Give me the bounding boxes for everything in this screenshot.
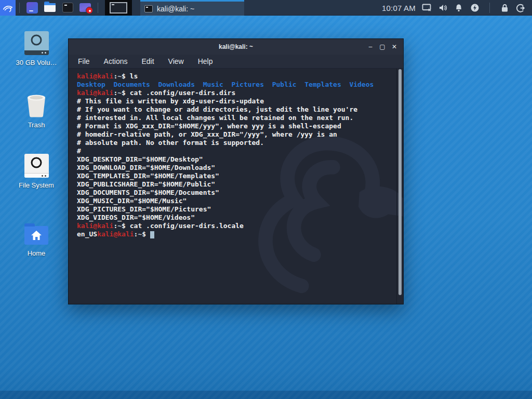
menu-file[interactable]: File — [78, 57, 90, 65]
desktop-icon-label: Trash — [14, 121, 59, 129]
terminal-viewport[interactable]: kali@kali:~$ lsDesktop Documents Downloa… — [69, 69, 403, 304]
menu-view[interactable]: View — [168, 57, 184, 65]
display-icon[interactable] — [421, 0, 432, 16]
terminal-line: XDG_DOWNLOAD_DIR="$HOME/Downloads" — [77, 164, 393, 172]
maximize-icon[interactable]: ▢ — [379, 43, 386, 50]
terminal-titlebar[interactable]: kali@kali: ~ – ▢ ✕ — [69, 39, 403, 55]
trash-icon — [25, 94, 47, 117]
terminal-launcher-icon[interactable] — [61, 2, 74, 14]
kali-dragon-logo — [2, 2, 14, 14]
desktop-icon-label: 30 GB Volu… — [14, 59, 59, 66]
terminal-line: # If you want to change or add directori… — [77, 105, 393, 114]
home-folder-icon — [24, 226, 48, 245]
desktop-icon-label: File System — [14, 181, 59, 189]
terminal-line: # interested in. All local changes will … — [77, 114, 393, 122]
menu-edit[interactable]: Edit — [141, 57, 154, 65]
window-title: kali@kali: ~ — [219, 43, 253, 50]
file-manager-icon[interactable] — [44, 2, 56, 14]
panel-separator — [489, 3, 490, 13]
terminal-output: kali@kali:~$ lsDesktop Documents Downloa… — [69, 69, 403, 238]
terminal-line: XDG_PICTURES_DIR="$HOME/Pictures" — [77, 205, 393, 214]
hard-drive-icon — [24, 31, 49, 55]
volume-icon[interactable] — [437, 0, 448, 16]
scrollbar-thumb[interactable] — [398, 69, 402, 295]
desktop-icon-home[interactable]: Home — [14, 220, 59, 257]
desktop-icon-volume[interactable]: 30 GB Volu… — [14, 29, 59, 66]
desktop-icon-trash[interactable]: Trash — [14, 91, 59, 129]
terminal-icon — [144, 5, 153, 12]
minimize-icon[interactable]: – — [367, 43, 374, 50]
taskbar-button-terminal[interactable]: kali@kali: ~ — [140, 0, 244, 16]
terminal-line: # Format is XDG_xxx_DIR="$HOME/yyy", whe… — [77, 122, 393, 130]
workspace-switcher[interactable] — [105, 0, 132, 16]
desktop: kali@kali: ~ 10:07 AM — [0, 0, 532, 399]
terminal-line: kali@kali:~$ cat .config/user-dirs.local… — [77, 222, 393, 230]
logout-icon[interactable] — [515, 0, 526, 16]
terminal-line: # homedir-relative path, or XDG_xxx_DIR=… — [77, 130, 393, 139]
terminal-menubar: File Actions Edit View Help — [69, 55, 403, 69]
window-controls: – ▢ ✕ — [367, 39, 398, 55]
panel-separator — [19, 3, 20, 13]
app-window-icon[interactable] — [26, 2, 38, 14]
terminal-line: XDG_PUBLICSHARE_DIR="$HOME/Public" — [77, 180, 393, 189]
clock[interactable]: 10:07 AM — [382, 4, 416, 12]
desktop-icon-filesystem[interactable]: File System — [14, 152, 59, 189]
kali-menu-icon[interactable] — [0, 0, 16, 16]
notifications-bell-icon[interactable] — [454, 0, 464, 16]
top-panel: kali@kali: ~ 10:07 AM — [0, 0, 532, 16]
terminal-line: XDG_MUSIC_DIR="$HOME/Music" — [77, 197, 393, 205]
desktop-bottom-shade — [0, 391, 532, 399]
terminal-line: XDG_DESKTOP_DIR="$HOME/Desktop" — [77, 155, 393, 164]
taskbar-button-label: kali@kali: ~ — [157, 5, 194, 13]
desktop-icon-label: Home — [14, 249, 59, 257]
panel-separator — [98, 3, 98, 13]
hard-drive-icon — [24, 154, 49, 178]
terminal-line: en_USkali@kali:~$ — [77, 230, 393, 238]
terminal-line: Desktop Documents Downloads Music Pictur… — [77, 81, 393, 89]
panel-left — [0, 0, 132, 16]
close-icon[interactable]: ✕ — [391, 43, 398, 50]
menu-help[interactable]: Help — [198, 57, 213, 65]
terminal-line: # This file is written by xdg-user-dirs-… — [77, 97, 393, 105]
terminal-line: kali@kali:~$ ls — [77, 72, 393, 81]
menu-actions[interactable]: Actions — [104, 57, 128, 65]
scrollbar-track[interactable] — [396, 69, 403, 304]
workspace-window-preview — [110, 2, 127, 14]
terminal-line: kali@kali:~$ cat .config/user-dirs.dirs — [77, 89, 393, 97]
screen-record-icon[interactable] — [79, 2, 91, 14]
terminal-line: XDG_VIDEOS_DIR="$HOME/Videos" — [77, 214, 393, 222]
lock-screen-icon[interactable] — [499, 0, 510, 16]
terminal-line: # — [77, 147, 393, 155]
panel-right: 10:07 AM — [382, 0, 532, 16]
terminal-line: XDG_DOCUMENTS_DIR="$HOME/Documents" — [77, 189, 393, 197]
terminal-window: kali@kali: ~ – ▢ ✕ File Actions Edit Vie… — [68, 38, 404, 304]
power-manager-icon[interactable] — [470, 0, 480, 16]
terminal-line: # absolute path. No other format is supp… — [77, 139, 393, 147]
terminal-line: XDG_TEMPLATES_DIR="$HOME/Templates" — [77, 172, 393, 180]
